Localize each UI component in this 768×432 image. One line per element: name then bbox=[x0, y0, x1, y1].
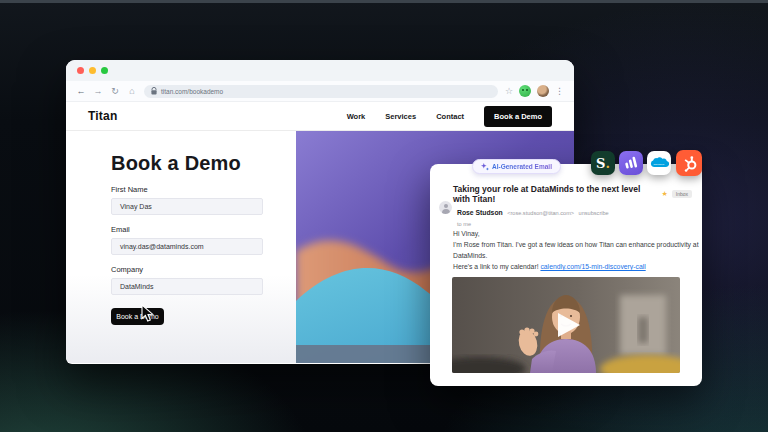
address-bar[interactable]: titan.com/bookademo bbox=[144, 85, 498, 98]
email-body: Hi Vinay, I'm Rose from Titan. I've got … bbox=[453, 228, 702, 272]
email-calendar-line: Here's a link to my calendar! calendly.c… bbox=[453, 261, 702, 272]
salesforce-wordmark: salesforce bbox=[654, 162, 666, 165]
background-top-edge bbox=[0, 0, 768, 3]
sender-address: <rose.studson@titan.com> bbox=[507, 210, 574, 216]
kebab-menu-icon[interactable]: ⋮ bbox=[555, 86, 564, 96]
site-logo[interactable]: Titan bbox=[88, 109, 117, 123]
sender-block: Rose Studson <rose.studson@titan.com> un… bbox=[457, 201, 609, 227]
sender-avatar bbox=[439, 201, 452, 214]
sparkle-icon bbox=[481, 163, 489, 171]
hubspot-app-icon bbox=[676, 150, 702, 176]
site-header: Titan Work Services Contact Book a Demo bbox=[66, 102, 574, 131]
site-nav: Work Services Contact Book a Demo bbox=[347, 106, 552, 127]
bookmark-star-icon[interactable]: ☆ bbox=[505, 86, 513, 96]
s-dot-app-icon: S. bbox=[591, 151, 615, 175]
email-input[interactable]: vinay.das@dataminds.com bbox=[111, 238, 263, 255]
form-title: Book a Demo bbox=[111, 152, 296, 175]
mouse-cursor-icon bbox=[141, 304, 154, 322]
sender-line: Rose Studson <rose.studson@titan.com> un… bbox=[457, 201, 609, 219]
s-dot-letter: S bbox=[596, 156, 605, 171]
browser-toolbar: ← → ↻ ⌂ titan.com/bookademo ☆ ⋮ bbox=[66, 81, 574, 102]
lock-icon bbox=[151, 87, 157, 95]
company-input[interactable]: DataMinds bbox=[111, 278, 263, 295]
profile-avatar[interactable] bbox=[537, 85, 549, 97]
bars-icon-glyph bbox=[623, 155, 639, 171]
company-label: Company bbox=[111, 265, 296, 274]
s-dot-period: . bbox=[605, 156, 610, 171]
salesforce-cloud-icon: salesforce bbox=[649, 156, 669, 171]
hubspot-sprocket-icon bbox=[681, 155, 698, 172]
browser-titlebar bbox=[66, 60, 574, 81]
email-greeting: Hi Vinay, bbox=[453, 228, 702, 239]
email-body-line: I'm Rose from Titan. I've got a few idea… bbox=[453, 239, 702, 261]
back-icon[interactable]: ← bbox=[76, 87, 86, 96]
sender-name: Rose Studson bbox=[457, 209, 503, 216]
nav-item-work[interactable]: Work bbox=[347, 112, 366, 121]
nav-item-contact[interactable]: Contact bbox=[436, 112, 464, 121]
minimize-window-button[interactable] bbox=[89, 67, 96, 74]
extension-icon[interactable] bbox=[519, 85, 531, 97]
email-sender-row: Rose Studson <rose.studson@titan.com> un… bbox=[439, 201, 609, 227]
starred-icon[interactable]: ★ bbox=[661, 190, 667, 198]
reload-icon[interactable]: ↻ bbox=[110, 87, 120, 96]
scene-background: ← → ↻ ⌂ titan.com/bookademo ☆ ⋮ Titan Wo… bbox=[0, 0, 768, 432]
calendly-link[interactable]: calendly.com/15-min-discovery-call bbox=[540, 263, 645, 270]
unsubscribe-link[interactable]: unsubscribe bbox=[579, 210, 609, 216]
ai-generated-badge: AI-Generated Email bbox=[472, 159, 561, 174]
close-window-button[interactable] bbox=[77, 67, 84, 74]
zoom-window-button[interactable] bbox=[101, 67, 108, 74]
header-book-demo-button[interactable]: Book a Demo bbox=[484, 106, 552, 127]
ai-email-card: AI-Generated Email Taking your role at D… bbox=[430, 164, 702, 386]
first-name-input[interactable]: Vinay Das bbox=[111, 198, 263, 215]
recipient-line: to me bbox=[457, 221, 609, 227]
toolbar-right: ☆ ⋮ bbox=[505, 85, 564, 97]
submit-book-demo-button[interactable]: Book a Demo bbox=[111, 308, 164, 325]
first-name-label: First Name bbox=[111, 185, 296, 194]
home-icon[interactable]: ⌂ bbox=[127, 87, 137, 96]
demo-form-panel: Book a Demo First Name Vinay Das Email v… bbox=[66, 131, 296, 363]
ai-generated-badge-label: AI-Generated Email bbox=[492, 163, 552, 170]
email-label: Email bbox=[111, 225, 296, 234]
url-text: titan.com/bookademo bbox=[161, 88, 223, 95]
inbox-label-badge: Inbox bbox=[672, 190, 692, 198]
salesforce-app-icon: salesforce bbox=[647, 151, 671, 175]
calendar-line-text: Here's a link to my calendar! bbox=[453, 263, 539, 270]
nav-item-services[interactable]: Services bbox=[385, 112, 416, 121]
video-thumbnail[interactable] bbox=[452, 277, 680, 373]
bars-app-icon bbox=[619, 151, 643, 175]
forward-icon[interactable]: → bbox=[93, 87, 103, 96]
